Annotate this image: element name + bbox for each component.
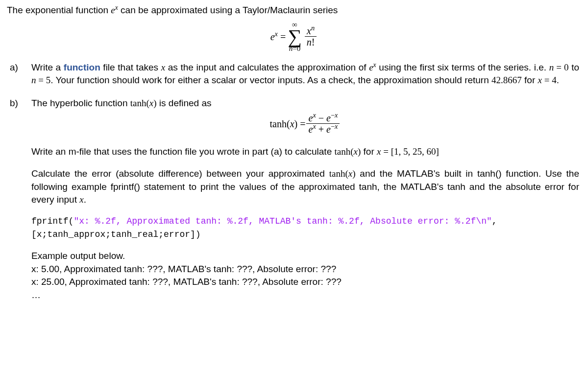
summation-symbol: ∞ ∑ n=0 — [288, 21, 302, 52]
fraction-tanh: ex − e−x ex + e−x — [306, 113, 340, 135]
part-a: a) Write a function file that takes x as… — [7, 61, 581, 87]
function-keyword: function — [64, 62, 100, 72]
intro-prefix: The exponential function — [7, 5, 111, 15]
example-line-2: x: 25.00, Approximated tanh: ???, MATLAB… — [31, 276, 579, 289]
example-line-1: x: 5.00, Approximated tanh: ???, MATLAB'… — [31, 263, 579, 276]
part-b-p1: Write an m-file that uses the function f… — [31, 145, 579, 159]
code-block: fprintf("x: %.2f, Approximated tanh: %.2… — [31, 215, 579, 241]
fraction-xn-nfact: xn n! — [305, 25, 317, 47]
intro-line: The exponential function ex can be appro… — [7, 4, 581, 17]
code-fn: fprintf( — [31, 216, 74, 226]
part-b-body: The hyperbolic function tanh(x) is defin… — [31, 97, 581, 302]
equation-taylor: ex = ∞ ∑ n=0 xn n! — [7, 21, 581, 52]
code-string: "x: %.2f, Approximated tanh: %.2f, MATLA… — [74, 216, 491, 226]
intro-e: ex — [111, 5, 118, 15]
code-line2: [x;tanh_approx;tanh_real;error]) — [31, 229, 579, 241]
part-b-intro: The hyperbolic function tanh(x) is defin… — [31, 97, 579, 110]
part-a-body: Write a function file that takes x as th… — [31, 61, 581, 87]
part-b: b) The hyperbolic function tanh(x) is de… — [7, 97, 581, 302]
equation-tanh: tanh(x) = ex − e−x ex + e−x — [31, 113, 579, 135]
part-a-label: a) — [7, 61, 31, 87]
part-b-label: b) — [7, 97, 31, 302]
example-output: Example output below. x: 5.00, Approxima… — [31, 250, 579, 301]
intro-suffix: can be approximated using a Taylor/Macla… — [118, 5, 338, 15]
part-b-p2: Calculate the error (absolute difference… — [31, 167, 579, 207]
example-dots: … — [31, 289, 579, 302]
example-head: Example output below. — [31, 250, 579, 263]
